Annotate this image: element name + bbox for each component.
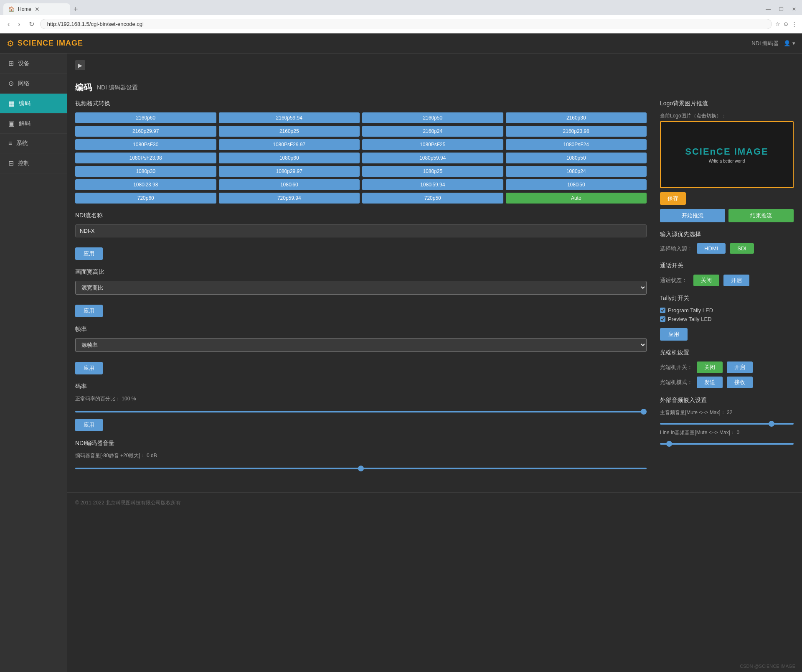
frame-rate-apply-button[interactable]: 应用	[75, 362, 103, 374]
minimize-button[interactable]: —	[763, 6, 773, 12]
optical-on-button[interactable]: 开启	[727, 361, 753, 373]
bitrate-apply-button[interactable]: 应用	[75, 419, 103, 431]
fmt-btn-1080psf25[interactable]: 1080PsF25	[362, 139, 503, 150]
user-menu-button[interactable]: 👤 ▾	[784, 40, 795, 46]
fmt-btn-1080p2997[interactable]: 1080p29.97	[219, 166, 360, 177]
fmt-btn-1080psf2997[interactable]: 1080PsF29.97	[219, 139, 360, 150]
fmt-btn-1080i5994[interactable]: 1080i59.94	[362, 179, 503, 190]
fmt-btn-1080psf24[interactable]: 1080PsF24	[506, 139, 647, 150]
encoder-volume-label: 编码器音量[-80静音 +20最大]： 0 dB	[75, 452, 647, 459]
sidebar-item-bianma[interactable]: ▦ 编码	[0, 94, 67, 114]
sidebar-item-kongzhi[interactable]: ⊟ 控制	[0, 153, 67, 173]
main-audio-slider[interactable]	[660, 423, 794, 425]
sidebar-item-wangluo[interactable]: ⊙ 网络	[0, 74, 67, 94]
fmt-btn-1080psf30[interactable]: 1080PsF30	[75, 139, 216, 150]
restore-button[interactable]: ❐	[777, 6, 786, 12]
encoder-volume-slider[interactable]	[75, 468, 647, 469]
aspect-ratio-select[interactable]: 源宽高比	[75, 281, 647, 295]
intercom-section: 通话开关 通话状态： 关闭 开启	[660, 262, 794, 286]
logo-text: SCIENCE IMAGE	[18, 39, 83, 48]
intercom-off-button[interactable]: 关闭	[693, 275, 719, 286]
logo-save-button[interactable]: 保存	[660, 192, 686, 205]
bitrate-slider[interactable]	[75, 411, 647, 412]
tab-title: Home	[18, 6, 31, 12]
bitrate-section: 码率 正常码率的百分比： 100 % 应用	[75, 383, 647, 431]
fmt-btn-720p60[interactable]: 720p60	[75, 193, 216, 204]
optical-recv-button[interactable]: 接收	[727, 377, 753, 388]
page-subtitle: NDI 编码器设置	[97, 84, 138, 92]
optical-power-row: 光端机开关： 关闭 开启	[660, 361, 794, 373]
fmt-btn-1080p5994[interactable]: 1080p59.94	[362, 153, 503, 163]
fmt-btn-1080i60[interactable]: 1080i60	[219, 179, 360, 190]
fmt-btn-1080p60[interactable]: 1080p60	[219, 153, 360, 163]
fmt-btn-1080i50[interactable]: 1080i50	[506, 179, 647, 190]
ndi-stream-apply-button[interactable]: 应用	[75, 247, 103, 260]
tally-preview-checkbox[interactable]	[660, 316, 665, 322]
optical-off-button[interactable]: 关闭	[697, 361, 723, 373]
fmt-btn-2160p24[interactable]: 2160p24	[362, 126, 503, 137]
logo-hint: 当前Logo图片（点击切换）：	[660, 112, 794, 120]
frame-rate-select[interactable]: 源帧率	[75, 338, 647, 352]
fmt-btn-2160p50[interactable]: 2160p50	[362, 112, 503, 123]
optical-section: 光端机设置 光端机开关： 关闭 开启 光端机模式： 发送 接收	[660, 349, 794, 388]
fmt-btn-1080p30[interactable]: 1080p30	[75, 166, 216, 177]
sidebar-item-shebei[interactable]: ⊞ 设备	[0, 53, 67, 74]
fmt-btn-1080p24[interactable]: 1080p24	[506, 166, 647, 177]
extensions-icon[interactable]: ⊙	[784, 21, 788, 27]
line-audio-slider[interactable]	[660, 443, 794, 445]
stop-stream-button[interactable]: 结束推流	[728, 209, 794, 222]
browser-tab[interactable]: 🏠 Home ✕	[3, 3, 70, 15]
fmt-btn-1080psf2398[interactable]: 1080PsF23.98	[75, 153, 216, 163]
new-tab-button[interactable]: +	[70, 5, 81, 14]
system-icon: ≡	[8, 140, 12, 147]
fmt-btn-1080p50[interactable]: 1080p50	[506, 153, 647, 163]
address-input[interactable]	[40, 19, 772, 29]
fmt-btn-1080i2398[interactable]: 1080i23.98	[75, 179, 216, 190]
tally-program-label: Program Tally LED	[668, 307, 713, 313]
hdmi-button[interactable]: HDMI	[697, 243, 726, 254]
intercom-row: 通话状态： 关闭 开启	[660, 275, 794, 286]
start-stream-button[interactable]: 开始推流	[660, 209, 725, 222]
fmt-btn-720p50[interactable]: 720p50	[362, 193, 503, 204]
intercom-title: 通话开关	[660, 262, 794, 270]
forward-button[interactable]: ›	[15, 20, 23, 29]
fmt-btn-2160p2997[interactable]: 2160p29.97	[75, 126, 216, 137]
fmt-btn-2160p5994[interactable]: 2160p59.94	[219, 112, 360, 123]
optical-send-button[interactable]: 发送	[697, 377, 723, 388]
bookmark-icon[interactable]: ☆	[775, 21, 780, 27]
fmt-btn-2160p30[interactable]: 2160p30	[506, 112, 647, 123]
decode-icon: ▣	[8, 120, 15, 127]
sidebar-item-xitong[interactable]: ≡ 系统	[0, 134, 67, 153]
optical-mode-row: 光端机模式： 发送 接收	[660, 377, 794, 388]
fmt-btn-2160p25[interactable]: 2160p25	[219, 126, 360, 137]
back-button[interactable]: ‹	[5, 20, 12, 29]
sidebar-item-jiema[interactable]: ▣ 解码	[0, 114, 67, 134]
encoder-volume-title: NDI编码器音量	[75, 440, 647, 447]
encoder-volume-value: 0 dB	[147, 453, 157, 458]
logo-gear-icon: ⚙	[7, 38, 14, 48]
tally-program-checkbox[interactable]	[660, 308, 665, 313]
input-source-row: 选择输入源： HDMI SDI	[660, 243, 794, 254]
top-navbar: ⚙ SCIENCE IMAGE NDI 编码器 👤 ▾	[0, 33, 802, 53]
logo-preview-area[interactable]: SCIEnCE IMAGE Write a better world	[660, 121, 794, 188]
fmt-btn-1080p25[interactable]: 1080p25	[362, 166, 503, 177]
aspect-ratio-apply-button[interactable]: 应用	[75, 305, 103, 317]
fmt-btn-2160p2398[interactable]: 2160p23.98	[506, 126, 647, 137]
sidebar-label-kongzhi: 控制	[18, 160, 30, 167]
ndi-stream-input[interactable]	[75, 224, 647, 237]
sidebar-toggle-button[interactable]: ▶	[75, 60, 85, 70]
logo-section: Logo背景图片推流 当前Logo图片（点击切换）： SCIEnCE IMAGE…	[660, 100, 794, 222]
ndi-stream-section: NDI流名称 应用	[75, 212, 647, 260]
sdi-button[interactable]: SDI	[730, 243, 754, 254]
intercom-on-button[interactable]: 开启	[723, 275, 749, 286]
tab-close-btn[interactable]: ✕	[35, 6, 40, 13]
tally-apply-button[interactable]: 应用	[660, 328, 688, 341]
fmt-btn-auto[interactable]: Auto	[506, 193, 647, 204]
refresh-button[interactable]: ↻	[26, 19, 37, 29]
close-button[interactable]: ✕	[789, 6, 799, 12]
bitrate-title: 码率	[75, 383, 647, 390]
fmt-btn-2160p60[interactable]: 2160p60	[75, 112, 216, 123]
fmt-btn-720p5994[interactable]: 720p59.94	[219, 193, 360, 204]
menu-icon[interactable]: ⋮	[792, 21, 797, 27]
aspect-ratio-title: 画面宽高比	[75, 268, 647, 276]
